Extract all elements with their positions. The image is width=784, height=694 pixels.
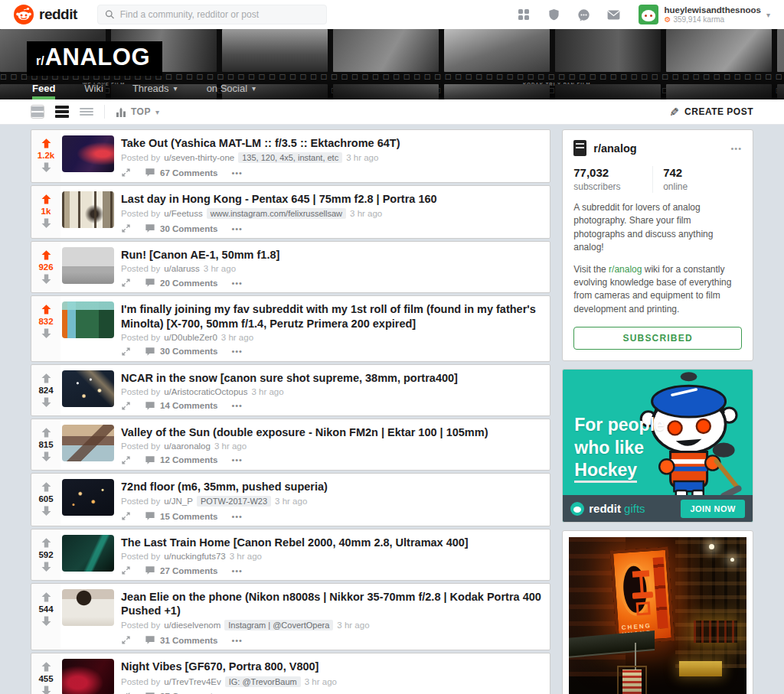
card-view-button[interactable] — [31, 105, 44, 119]
post-thumbnail[interactable] — [62, 191, 114, 228]
overflow-menu[interactable]: ••• — [231, 279, 243, 288]
comments-button[interactable]: 31 Comments — [145, 635, 217, 645]
tab-threads[interactable]: Threads▾ — [132, 83, 178, 99]
comments-button[interactable]: 30 Comments — [145, 347, 217, 357]
expand-icon[interactable] — [121, 347, 131, 357]
post-author[interactable]: u/AristocraticOctopus — [164, 387, 247, 396]
upvote-button[interactable] — [40, 591, 53, 604]
overflow-menu[interactable]: ••• — [231, 512, 243, 521]
post-author[interactable]: u/Feetuss — [164, 209, 203, 218]
wiki-link[interactable]: r/analog — [609, 264, 642, 275]
post-thumbnail[interactable] — [62, 425, 114, 461]
post-row[interactable]: 824 NCAR in the snow [canon sure shot su… — [31, 364, 550, 416]
upvote-button[interactable] — [40, 193, 53, 206]
downvote-button[interactable] — [40, 684, 53, 694]
reddit-logo[interactable]: reddit — [14, 5, 77, 24]
post-row[interactable]: 592 The Last Train Home [Canon Rebel 200… — [31, 529, 550, 581]
search-input[interactable] — [120, 9, 319, 20]
expand-icon[interactable] — [121, 635, 131, 645]
mail-icon[interactable] — [606, 7, 621, 22]
upvote-button[interactable] — [40, 249, 53, 262]
comments-button[interactable]: 27 Comments — [145, 565, 217, 575]
post-row[interactable]: 544 Jean Elie on the phone (Nikon n8008s… — [31, 583, 550, 650]
post-title[interactable]: Night Vibes [GF670, Portra 800, V800] — [121, 660, 544, 673]
chat-icon[interactable] — [576, 7, 591, 22]
post-row[interactable]: 605 72nd floor (m6, 35mm, pushed superia… — [31, 473, 550, 526]
comments-button[interactable]: 14 Comments — [145, 401, 217, 411]
post-title[interactable]: I'm finally joining my fav subreddit wit… — [121, 302, 544, 330]
post-title[interactable]: Run! [Canon AE-1, 50mm f1.8] — [121, 248, 544, 262]
downvote-button[interactable] — [40, 560, 53, 573]
sort-dropdown[interactable]: TOP ▾ — [116, 106, 159, 117]
downvote-button[interactable] — [40, 614, 53, 627]
apps-grid-icon[interactable] — [516, 7, 531, 22]
downvote-button[interactable] — [40, 504, 53, 517]
post-title[interactable]: Valley of the Sun (double exposure - Nik… — [121, 425, 544, 439]
post-title[interactable]: Take Out (Yashica MAT-LM :: f/3.5 :: Ekt… — [121, 136, 544, 150]
join-now-button[interactable]: JOIN NOW — [681, 500, 745, 518]
overflow-menu[interactable]: ••• — [231, 566, 243, 575]
expand-icon[interactable] — [121, 223, 131, 233]
expand-icon[interactable] — [121, 168, 131, 178]
upvote-button[interactable] — [40, 426, 53, 439]
post-author[interactable]: u/seven-thirty-one — [164, 153, 234, 162]
comments-button[interactable]: 12 Comments — [145, 455, 217, 465]
expand-icon[interactable] — [121, 511, 131, 521]
upvote-button[interactable] — [40, 536, 53, 549]
search-bar[interactable] — [97, 5, 327, 24]
community-name[interactable]: r/analog — [593, 142, 636, 155]
downvote-button[interactable] — [40, 217, 53, 230]
post-title[interactable]: Last day in Hong Kong - Pentax 645 | 75m… — [121, 192, 544, 206]
overflow-menu[interactable]: ••• — [231, 401, 243, 410]
post-thumbnail[interactable] — [62, 659, 114, 694]
post-thumbnail[interactable] — [62, 479, 114, 516]
overflow-menu[interactable]: ••• — [231, 636, 243, 645]
overflow-menu[interactable]: ••• — [231, 455, 243, 464]
tab-wiki[interactable]: Wiki — [84, 83, 103, 99]
overflow-menu[interactable]: ••• — [231, 224, 243, 233]
comments-button[interactable]: 15 Comments — [145, 511, 217, 521]
post-thumbnail[interactable] — [62, 589, 114, 626]
post-author[interactable]: u/dieselvenom — [164, 621, 220, 630]
compact-view-button[interactable] — [80, 105, 93, 119]
downvote-button[interactable] — [40, 272, 53, 285]
post-row[interactable]: 926 Run! [Canon AE-1, 50mm f1.8] Posted … — [31, 241, 550, 293]
reddit-gifts-ad[interactable]: For people who like Hockey — [562, 369, 753, 523]
downvote-button[interactable] — [40, 161, 53, 174]
shield-icon[interactable] — [546, 7, 561, 22]
comments-button[interactable]: 67 Comments — [145, 168, 217, 178]
tab-feed[interactable]: Feed — [32, 83, 55, 99]
upvote-button[interactable] — [40, 137, 53, 150]
downvote-button[interactable] — [40, 327, 53, 340]
create-post-button[interactable]: ✎ CREATE POST — [669, 106, 753, 118]
post-row[interactable]: 832 I'm finally joining my fav subreddit… — [31, 295, 550, 361]
user-menu[interactable]: hueylewisandthesnoos ⚙359,914 karma ▾ — [639, 5, 770, 24]
post-row[interactable]: 455 Night Vibes [GF670, Portra 800, V800… — [31, 653, 550, 694]
expand-icon[interactable] — [121, 401, 131, 411]
post-thumbnail[interactable] — [62, 370, 114, 407]
classic-view-button[interactable] — [55, 105, 69, 119]
post-thumbnail[interactable] — [62, 301, 114, 338]
post-thumbnail[interactable] — [62, 135, 114, 172]
post-author[interactable]: u/alaruss — [164, 264, 200, 273]
post-title[interactable]: 72nd floor (m6, 35mm, pushed superia) — [121, 480, 544, 494]
overflow-menu[interactable]: ••• — [231, 168, 243, 178]
post-title[interactable]: Jean Elie on the phone (Nikon n8008s | N… — [121, 590, 544, 617]
sidebar-photo-card[interactable]: CHENG HUANG — [562, 530, 753, 694]
post-thumbnail[interactable] — [62, 535, 114, 572]
subscribed-button[interactable]: SUBSCRIBED — [573, 327, 742, 350]
expand-icon[interactable] — [121, 455, 131, 465]
upvote-button[interactable] — [40, 372, 53, 385]
expand-icon[interactable] — [121, 565, 131, 575]
post-author[interactable]: u/nuckingfuts73 — [164, 552, 226, 561]
comments-button[interactable]: 27 Comments — [145, 692, 217, 694]
post-title[interactable]: The Last Train Home [Canon Rebel 2000, 4… — [121, 536, 544, 549]
post-row[interactable]: 1k Last day in Hong Kong - Pentax 645 | … — [31, 185, 550, 239]
collapse-icon[interactable] — [121, 692, 131, 694]
post-author[interactable]: u/TrevTrev4Ev — [164, 677, 221, 686]
comments-button[interactable]: 20 Comments — [145, 278, 217, 288]
downvote-button[interactable] — [40, 396, 53, 409]
post-title[interactable]: NCAR in the snow [canon sure shot suprem… — [121, 371, 544, 385]
comments-button[interactable]: 30 Comments — [145, 223, 217, 233]
expand-icon[interactable] — [121, 278, 131, 288]
